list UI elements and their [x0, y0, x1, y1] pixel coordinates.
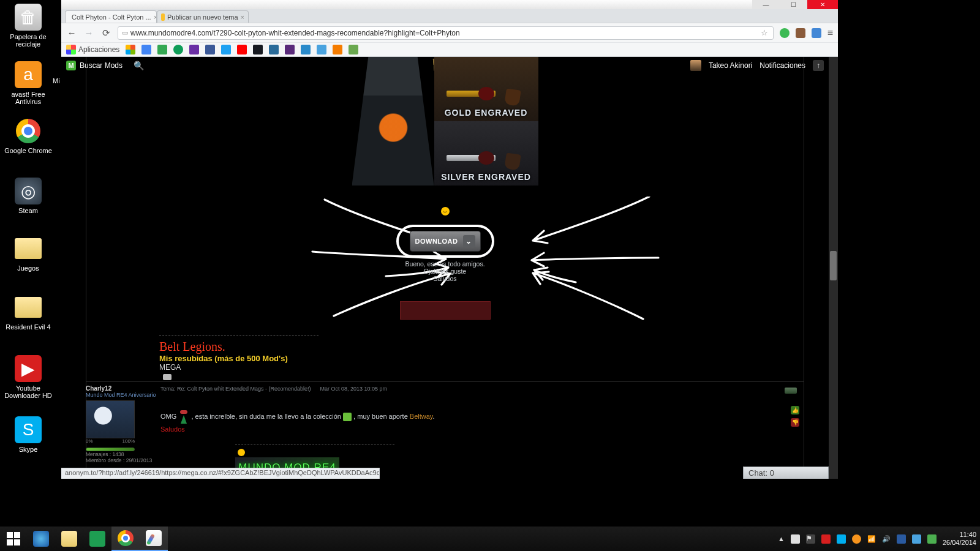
- bookmark-icon[interactable]: [285, 45, 295, 54]
- smiley-icon: [441, 207, 450, 216]
- link-status-bar: anonym.to/?http://adf.ly/246619/https://…: [61, 468, 380, 479]
- signature-divider: [159, 335, 318, 336]
- online-badge: [785, 388, 797, 394]
- bookmark-icon[interactable]: [333, 45, 342, 54]
- window-maximize-button[interactable]: [780, 0, 807, 9]
- hand-drawn-circle: DOWNLOAD ⌄: [396, 225, 494, 258]
- reply-date: Mar Oct 08, 2013 10:05 pm: [320, 386, 387, 392]
- tray-flag-icon[interactable]: ⚑: [806, 534, 815, 544]
- bookmark-icon[interactable]: [301, 45, 311, 54]
- avast-icon: a: [15, 61, 42, 88]
- chat-bar[interactable]: Chat: 0: [743, 467, 829, 479]
- tray-show-hidden-icon[interactable]: ▲: [778, 535, 785, 542]
- taskbar-explorer[interactable]: [55, 527, 83, 551]
- reload-button[interactable]: ⟳: [100, 28, 111, 39]
- forum-logo-icon[interactable]: M: [66, 61, 76, 70]
- tab-label: Colt Phyton - Colt Pyton ...: [72, 13, 151, 21]
- tray-icon[interactable]: [912, 534, 921, 544]
- scroll-top-button[interactable]: ↑: [813, 60, 824, 71]
- taskbar-clock[interactable]: 11:40 26/04/2014: [943, 531, 976, 546]
- reply-msg-count: Mensajes : 1438: [86, 451, 159, 457]
- bookmark-icon[interactable]: [317, 45, 326, 54]
- start-button[interactable]: [0, 527, 27, 551]
- bookmark-icon[interactable]: [205, 45, 215, 54]
- weapon-gold-image: GOLD ENGRAVED: [434, 57, 538, 121]
- bookmark-icon[interactable]: [349, 45, 358, 54]
- bookmark-icon[interactable]: [269, 45, 279, 54]
- extension-icon[interactable]: [796, 28, 805, 38]
- taskbar-store[interactable]: [83, 527, 111, 551]
- desktop-icon-ytdl[interactable]: ▶ Youtube Downloader HD: [4, 355, 53, 399]
- address-bar[interactable]: ▭ www.mundomodre4.com/t7290-colt-pyton-w…: [118, 26, 774, 40]
- bookmark-icon[interactable]: [157, 45, 167, 54]
- chrome-icon: [118, 530, 134, 546]
- taskbar: ▲ ⚑ 📶 🔊 11:40 26/04/2014: [0, 527, 980, 551]
- page-scrollbar[interactable]: [829, 57, 838, 479]
- icon-label: Youtube Downloader HD: [4, 384, 53, 399]
- tray-icon[interactable]: [927, 534, 937, 544]
- reply-username[interactable]: Charly12: [86, 385, 159, 392]
- vote-up-button[interactable]: 👍: [791, 406, 799, 414]
- bookmark-icon[interactable]: [189, 45, 199, 54]
- bookmark-icon[interactable]: [221, 45, 231, 54]
- pm-icon[interactable]: [163, 374, 172, 380]
- vote-down-button[interactable]: 👎: [791, 418, 799, 427]
- forward-button[interactable]: →: [83, 28, 94, 39]
- back-button[interactable]: ←: [66, 28, 77, 39]
- weapon-gold-label: GOLD ENGRAVED: [445, 108, 528, 118]
- window-close-button[interactable]: [807, 0, 838, 9]
- bookmark-icon[interactable]: [237, 45, 247, 54]
- tab-publicar[interactable]: Publicar un nuevo tema ×: [157, 10, 249, 23]
- download-area: DOWNLOAD ⌄: [396, 225, 494, 258]
- sig-line-2[interactable]: Mis resubidas (más de 500 Mod's): [159, 354, 288, 363]
- desktop-icon-mi-cut[interactable]: Mi: [53, 77, 60, 84]
- bookmark-icon[interactable]: [253, 45, 263, 54]
- sig-line-3[interactable]: MEGA: [159, 363, 288, 372]
- extension-icon[interactable]: [780, 28, 790, 38]
- taskbar-paint[interactable]: [140, 527, 168, 551]
- reply-subject[interactable]: Tema: Re: Colt Pyton whit Extended Mags …: [160, 386, 311, 392]
- tray-skype-icon[interactable]: [837, 534, 846, 544]
- taskbar-ie[interactable]: [27, 527, 55, 551]
- tray-icon[interactable]: [791, 534, 800, 544]
- icon-label: Google Chrome: [4, 147, 53, 154]
- soldier-image: [352, 57, 434, 186]
- desktop-icon-recycle-bin[interactable]: 🗑 Papelera de reciclaje: [4, 4, 53, 48]
- mention-user-link[interactable]: Beltway: [410, 413, 433, 420]
- page-viewport: M Buscar Mods 🔍 Takeo Akinori Notificaci…: [61, 57, 838, 479]
- star-icon: [238, 449, 245, 456]
- download-button[interactable]: DOWNLOAD ⌄: [410, 231, 481, 252]
- desktop-icon-juegos[interactable]: Juegos: [4, 235, 53, 272]
- extension-icon[interactable]: [812, 28, 821, 38]
- tray-avast-icon[interactable]: [852, 534, 861, 544]
- desktop-icon-steam[interactable]: ◎ Steam: [4, 178, 53, 214]
- window-titlebar[interactable]: [61, 0, 838, 9]
- chrome-icon: [15, 118, 42, 144]
- apps-label: Aplicaciones: [78, 45, 119, 54]
- reply-body: OMG , esta increíble, sin duda me la lle…: [160, 410, 801, 433]
- red-banner[interactable]: [400, 301, 491, 320]
- desktop-icon-chrome[interactable]: Google Chrome: [4, 118, 53, 154]
- apps-button[interactable]: Aplicaciones: [66, 45, 119, 54]
- bookmark-icon[interactable]: [173, 45, 183, 54]
- desktop-icon-skype[interactable]: S Skype: [4, 416, 53, 453]
- tab-colt-phyton[interactable]: Colt Phyton - Colt Pyton ... ×: [65, 10, 157, 23]
- steam-icon: ◎: [15, 178, 42, 204]
- reply-avatar[interactable]: [86, 400, 135, 438]
- taskbar-chrome[interactable]: [111, 527, 140, 551]
- desktop-icon-re4[interactable]: Resident Evil 4: [4, 294, 53, 331]
- tray-icon[interactable]: [897, 534, 906, 544]
- bookmark-icon[interactable]: [126, 45, 135, 54]
- tray-icon[interactable]: [821, 534, 831, 544]
- chrome-menu-button[interactable]: ≡: [827, 28, 833, 39]
- tab-close-icon[interactable]: ×: [241, 13, 244, 21]
- thumbs-up-icon: [343, 413, 352, 421]
- tray-volume-icon[interactable]: 🔊: [882, 535, 891, 543]
- bookmark-star-icon[interactable]: ☆: [760, 28, 769, 38]
- desktop-icon-avast[interactable]: a avast! Free Antivirus: [4, 61, 53, 105]
- tray-network-icon[interactable]: 📶: [867, 535, 876, 543]
- sig-line-1[interactable]: Belt Legions.: [159, 340, 288, 354]
- window-minimize-button[interactable]: [752, 0, 780, 9]
- bookmark-icon[interactable]: [141, 45, 151, 54]
- chrome-window: Colt Phyton - Colt Pyton ... × Publicar …: [61, 0, 838, 479]
